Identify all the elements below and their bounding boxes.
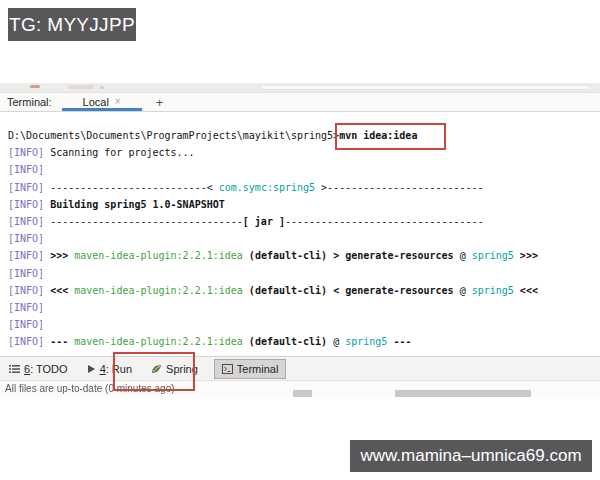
tab-local[interactable]: Local × <box>62 93 142 111</box>
todo-label: 6: TODO <box>24 363 68 375</box>
crop-artifact <box>30 85 40 88</box>
active-tab-underline <box>62 108 142 111</box>
annotation-box-terminal-tab <box>113 352 195 391</box>
watermark-top: TG: MYYJJPP <box>8 8 136 41</box>
status-bar: All files are up-to-date (0 minutes ago) <box>0 380 600 397</box>
toolwindow-terminal[interactable]: Terminal <box>214 359 287 379</box>
terminal-panel: Terminal: Local × + D:\Documents\Documen… <box>0 83 600 397</box>
terminal-button-label: Terminal <box>237 363 279 375</box>
terminal-line: [INFO] <box>8 230 600 247</box>
terminal-tab-bar: Terminal: Local × + <box>0 93 600 112</box>
cropped-edge-strip <box>0 83 600 93</box>
tool-window-bar: 6: TODO 4: Run Spring <box>0 356 600 380</box>
terminal-line: [INFO] >>> maven-idea-plugin:2.2.1:idea … <box>8 247 600 264</box>
terminal-line: [INFO] <box>8 316 600 333</box>
tab-local-label: Local <box>83 96 109 108</box>
watermark-bottom: www.mamina–umnica69.com <box>350 440 592 472</box>
crop-artifact <box>293 390 312 397</box>
terminal-line: [INFO] --------------------------------[… <box>8 213 600 230</box>
crop-artifact <box>100 86 104 89</box>
terminal-line: [INFO] --------------------------< com.s… <box>8 179 600 196</box>
crop-artifact <box>68 85 94 89</box>
terminal-line: [INFO] Building spring5 1.0-SNAPSHOT <box>8 196 600 213</box>
annotation-box-command <box>335 123 446 150</box>
crop-artifact <box>395 390 531 397</box>
terminal-line: [INFO] Scanning for projects... <box>8 144 600 161</box>
terminal-line: [INFO] --- maven-idea-plugin:2.2.1:idea … <box>8 333 600 350</box>
screenshot-canvas: TG: MYYJJPP Terminal: Local × + D:\Docum… <box>0 0 600 480</box>
terminal-icon <box>222 364 233 374</box>
terminal-line: [INFO] <<< maven-idea-plugin:2.2.1:idea … <box>8 282 600 299</box>
close-icon[interactable]: × <box>115 97 121 107</box>
terminal-label: Terminal: <box>7 96 52 108</box>
toolwindow-todo[interactable]: 6: TODO <box>6 359 71 379</box>
crop-artifact <box>260 85 590 90</box>
terminal-output[interactable]: D:\Documents\Documents\ProgramProjects\m… <box>0 112 600 356</box>
terminal-line: D:\Documents\Documents\ProgramProjects\m… <box>8 127 600 144</box>
terminal-line: [INFO] <box>8 161 600 178</box>
new-terminal-tab-button[interactable]: + <box>156 96 164 109</box>
run-play-icon <box>87 364 96 374</box>
terminal-line: [INFO] <box>8 265 600 282</box>
terminal-line: [INFO] <box>8 299 600 316</box>
todo-list-icon <box>9 364 20 374</box>
